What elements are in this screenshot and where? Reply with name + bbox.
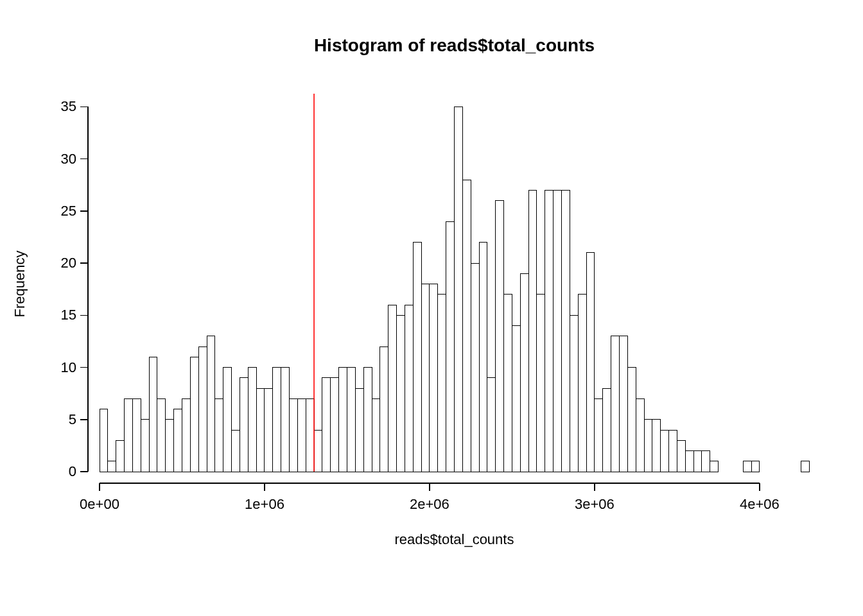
histogram-bar (125, 398, 133, 472)
histogram-bar (537, 295, 545, 472)
histogram-bar (273, 368, 281, 472)
histogram-bar (677, 440, 685, 472)
histogram-bar (108, 461, 116, 472)
histogram-bar (116, 440, 125, 472)
histogram-bar (290, 398, 298, 472)
histogram-bar (240, 378, 248, 472)
histogram-bar (446, 221, 455, 472)
histogram-bar (504, 295, 512, 472)
histogram-bar (603, 388, 611, 472)
histogram-bar (331, 378, 339, 472)
histogram-bar (578, 295, 586, 472)
histogram-bar (306, 398, 314, 472)
x-tick-label: 4e+06 (740, 496, 780, 512)
histogram-bar (372, 398, 380, 472)
histogram-bar (157, 398, 166, 472)
y-tick-label: 5 (69, 411, 76, 427)
histogram-bar (471, 263, 479, 472)
histogram-bar (586, 253, 595, 472)
histogram-bar (520, 273, 528, 472)
y-tick-label: 25 (61, 203, 76, 219)
histogram-bar (430, 284, 438, 472)
y-tick-label: 10 (61, 359, 76, 375)
histogram-bar (479, 243, 487, 472)
histogram-bar (669, 430, 677, 472)
histogram-bar (611, 336, 620, 472)
histogram-bar (363, 368, 372, 472)
histogram-bar (545, 190, 554, 472)
histogram-bar (314, 430, 322, 472)
y-tick-label: 0 (69, 463, 76, 479)
histogram-bar (702, 451, 710, 472)
y-tick-label: 30 (61, 151, 76, 167)
histogram-bar (223, 368, 232, 472)
histogram-bar (413, 243, 421, 472)
histogram-bar (512, 326, 520, 472)
histogram-bar (397, 315, 405, 472)
histogram-bar (388, 305, 397, 472)
y-tick-label: 20 (61, 255, 76, 271)
histogram-bar (141, 420, 149, 472)
histogram-bar (297, 398, 306, 472)
x-axis-label: reads$total_counts (395, 531, 514, 547)
histogram-chart: 0e+001e+062e+063e+064e+0605101520253035H… (0, 0, 863, 616)
histogram-bar (528, 190, 537, 472)
histogram-bar (421, 284, 430, 472)
histogram-bar (232, 430, 240, 472)
y-axis-label: Frequency (12, 251, 28, 318)
histogram-bar (455, 107, 463, 472)
histogram-bar (215, 398, 223, 472)
histogram-bar (693, 451, 702, 472)
histogram-bar (661, 430, 669, 472)
histogram-bar (322, 378, 331, 472)
histogram-bar (595, 398, 603, 472)
chart-container: 0e+001e+062e+063e+064e+0605101520253035H… (0, 0, 863, 616)
histogram-bar (166, 420, 174, 472)
histogram-bar (562, 190, 570, 472)
histogram-bar (281, 368, 290, 472)
histogram-bar (207, 336, 215, 472)
histogram-bar (198, 346, 207, 472)
histogram-bar (462, 180, 471, 472)
histogram-bar (347, 368, 355, 472)
histogram-bar (355, 388, 363, 472)
histogram-bar (149, 357, 157, 472)
y-tick-label: 35 (61, 98, 76, 114)
histogram-bar (801, 461, 809, 472)
histogram-bar (743, 461, 751, 472)
histogram-bar (644, 420, 652, 472)
histogram-bar (248, 368, 256, 472)
histogram-bar (182, 398, 190, 472)
x-tick-label: 1e+06 (245, 496, 284, 512)
histogram-bar (636, 398, 644, 472)
histogram-bar (652, 420, 661, 472)
y-tick-label: 15 (61, 307, 76, 323)
histogram-bar (554, 190, 562, 472)
histogram-bar (265, 388, 273, 472)
histogram-bar (438, 295, 446, 472)
histogram-bar (380, 346, 388, 472)
histogram-bar (710, 461, 719, 472)
x-tick-label: 3e+06 (575, 496, 615, 512)
histogram-bar (405, 305, 413, 472)
histogram-bar (487, 378, 496, 472)
histogram-bar (256, 388, 265, 472)
x-tick-label: 2e+06 (410, 496, 449, 512)
histogram-bar (685, 451, 693, 472)
histogram-bar (100, 409, 108, 472)
histogram-bar (174, 409, 182, 472)
histogram-bar (751, 461, 760, 472)
histogram-bar (570, 315, 578, 472)
x-tick-label: 0e+00 (80, 496, 119, 512)
chart-title: Histogram of reads$total_counts (314, 35, 595, 55)
histogram-bar (339, 368, 347, 472)
histogram-bar (132, 398, 141, 472)
histogram-bar (496, 201, 504, 472)
histogram-bar (190, 357, 198, 472)
histogram-bar (619, 336, 627, 472)
histogram-bar (627, 368, 636, 472)
